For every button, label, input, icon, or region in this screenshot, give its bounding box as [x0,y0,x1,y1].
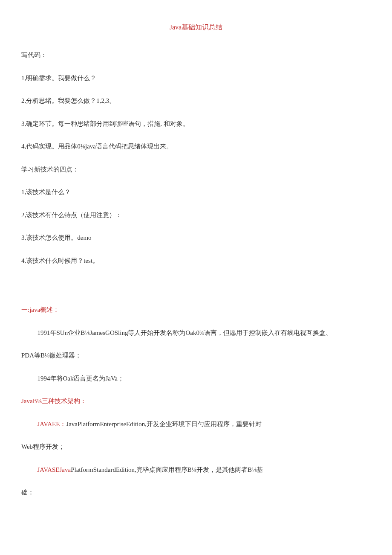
paragraph: PDA等B⅛微处理器； [21,350,371,361]
term: JAVAEE： [37,421,66,427]
paragraph: JAVASEJavaPlatformStandardEdition,完毕桌面应用… [21,465,371,476]
text: PlatformStandardEdition,完毕桌面应用程序B⅛开发，是其他… [71,466,263,473]
paragraph: 1,明确需求。我要做什么？ [21,73,371,84]
paragraph: 2,分析思绪。我要怎么做？1,2,3。 [21,96,371,107]
paragraph: 学习新技术的四点： [21,164,371,175]
paragraph: 1991年SUn企业B⅛JamesGOSling等人开始开发名称为Oak0¾语言… [21,328,371,339]
section-heading: JavaB⅛三种技术架构： [21,396,371,407]
paragraph: 2,该技术有什么特点（使用注意）： [21,210,371,221]
paragraph: 4,代码实现。用品体0⅛java语言代码把思绪体现出来。 [21,141,371,152]
paragraph: 1994年将Oak语言更名为JaVa； [21,373,371,384]
term: JAVASEJava [37,466,71,473]
paragraph: 3,确定环节。每一种思绪部分用到哪些语句，措施, 和对象。 [21,119,371,130]
paragraph: 4,该技术什么时候用？test。 [21,256,371,267]
paragraph: 1,该技术是什么？ [21,187,371,198]
document-title: Java基础知识总结 [21,21,371,33]
paragraph: JAVAEE：JavaPlatformEnterpriseEdition,开发企… [21,419,371,430]
paragraph: 3,该技术怎么使用。demo [21,232,371,244]
section-heading: 一:java概述： [21,305,371,316]
paragraph: 础； [21,487,371,498]
text: JavaPlatformEnterpriseEdition,开发企业环境下日勺应… [66,421,262,427]
paragraph: 写代码： [21,50,371,61]
paragraph: Web程序开发； [21,442,371,453]
